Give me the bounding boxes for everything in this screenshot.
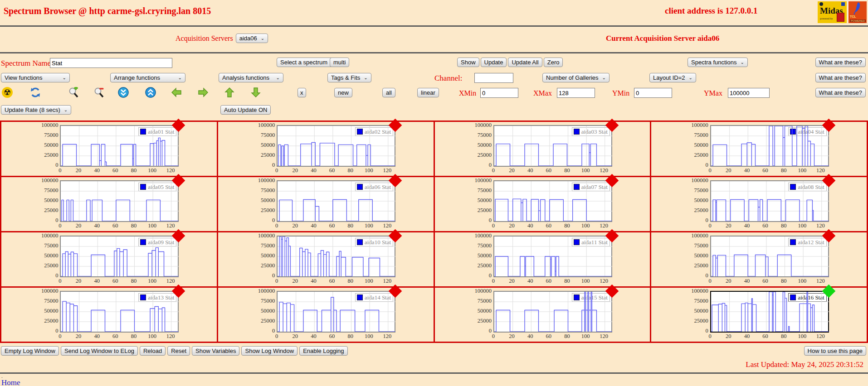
zero-button[interactable]: Zero [544, 58, 563, 67]
plot-area[interactable]: aida14 Stat [277, 291, 395, 333]
x-tick-label: 0 [59, 222, 61, 229]
gallery-cell[interactable]: 0250005000075000100000aida11 Stat0204060… [435, 232, 652, 288]
plot-area[interactable]: aida01 Stat [60, 125, 179, 167]
ymax-input[interactable] [728, 88, 770, 98]
empty-log-window-button[interactable]: Empty Log Window [1, 346, 59, 356]
arrow-down-icon[interactable] [250, 87, 261, 98]
plot-area[interactable]: aida03 Stat [493, 125, 612, 167]
reload-button[interactable]: Reload [140, 346, 166, 356]
gallery-cell[interactable]: 0250005000075000100000aida06 Stat0204060… [218, 177, 435, 232]
plot-area[interactable]: aida15 Stat [493, 291, 612, 333]
plot-area[interactable]: aida10 Stat [277, 236, 395, 277]
plot-area[interactable]: aida04 Stat [710, 125, 829, 167]
what-are-these-button-2[interactable]: What are these? [815, 73, 866, 82]
arrow-right-icon[interactable] [198, 87, 209, 98]
y-tick-label: 50000 [478, 142, 492, 149]
what-are-these-button-1[interactable]: What are these? [815, 58, 866, 67]
zoom-out-icon[interactable] [93, 87, 104, 98]
expand-icon[interactable] [145, 87, 156, 98]
arrow-left-icon[interactable] [171, 87, 182, 98]
spectrum-chart: 0250005000075000100000aida08 Stat0204060… [689, 180, 829, 229]
collapse-icon[interactable] [118, 87, 129, 98]
spectra-functions-dropdown[interactable]: Spectra functions ⌄ [688, 58, 748, 67]
x-tick-label: 0 [492, 167, 495, 174]
reset-button[interactable]: Reset [167, 346, 190, 356]
arrange-functions-dropdown[interactable]: Arrange functions ⌄ [110, 73, 185, 82]
xmax-label: XMax [533, 89, 552, 97]
x-button[interactable]: x [297, 88, 306, 97]
plot-area[interactable]: aida06 Stat [277, 180, 395, 222]
all-button[interactable]: all [382, 88, 395, 97]
spectrum-name-input[interactable] [50, 58, 172, 68]
select-spectrum-dropdown[interactable]: Select a spectrum ⌄ [277, 58, 338, 67]
refresh-icon[interactable] [30, 87, 41, 98]
x-tick-label: 20 [76, 222, 82, 229]
gallery-cell[interactable]: 0250005000075000100000aida07 Stat0204060… [435, 177, 652, 232]
analysis-functions-dropdown[interactable]: Analysis functions ⌄ [219, 73, 283, 82]
auto-update-button[interactable]: Auto Update ON [220, 105, 271, 115]
gallery-cell[interactable]: 0250005000075000100000aida08 Stat0204060… [651, 177, 868, 232]
plot-area[interactable]: aida16 Stat [710, 291, 829, 333]
gallery-cell[interactable]: 0250005000075000100000aida14 Stat0204060… [218, 288, 435, 343]
gallery-cell[interactable]: 0250005000075000100000aida13 Stat0204060… [1, 288, 218, 343]
new-button[interactable]: new [334, 88, 352, 97]
home-link[interactable]: Home [1, 378, 20, 386]
xmin-label: XMin [459, 89, 476, 97]
controls: Spectrum Name: Select a spectrum ⌄ multi… [0, 53, 868, 121]
show-log-window-button[interactable]: Show Log Window [241, 346, 297, 356]
what-are-these-button-3[interactable]: What are these? [815, 88, 866, 97]
ymin-input[interactable] [634, 88, 672, 98]
x-tick-label: 40 [527, 278, 533, 285]
y-tick-label: 75000 [694, 298, 708, 304]
x-tick-label: 60 [546, 167, 552, 174]
multi-button[interactable]: multi [330, 58, 349, 67]
y-axis-labels: 0250005000075000100000 [256, 125, 277, 165]
gallery-cell[interactable]: 0250005000075000100000aida09 Stat0204060… [1, 232, 218, 288]
gallery-cell[interactable]: 0250005000075000100000aida12 Stat0204060… [651, 232, 868, 288]
gallery-cell[interactable]: 0250005000075000100000aida15 Stat0204060… [435, 288, 652, 343]
enable-logging-button[interactable]: Enable Logging [299, 346, 347, 356]
view-functions-dropdown[interactable]: View functions ⌄ [1, 73, 70, 82]
plot-area[interactable]: aida05 Stat [60, 180, 179, 222]
update-all-button[interactable]: Update All [508, 58, 542, 67]
plot-area[interactable]: aida12 Stat [710, 236, 829, 277]
plot-area[interactable]: aida07 Stat [493, 180, 612, 222]
number-of-galleries-dropdown[interactable]: Number of Galleries ⌄ [542, 73, 610, 82]
plot-area[interactable]: aida13 Stat [60, 291, 179, 333]
gallery-cell[interactable]: 0250005000075000100000aida03 Stat0204060… [435, 122, 652, 177]
update-button[interactable]: Update [481, 58, 507, 67]
gallery-cell[interactable]: 0250005000075000100000aida10 Stat0204060… [218, 232, 435, 288]
y-tick-label: 75000 [478, 187, 492, 194]
linear-button[interactable]: linear [417, 88, 439, 97]
plot-area[interactable]: aida08 Stat [710, 180, 829, 222]
tags-fits-dropdown[interactable]: Tags & Fits ⌄ [327, 73, 371, 82]
y-tick-label: 75000 [44, 298, 58, 304]
plot-area[interactable]: aida02 Stat [277, 125, 395, 167]
plot-area[interactable]: aida09 Stat [60, 236, 179, 277]
xmax-input[interactable] [557, 88, 595, 98]
y-tick-label: 25000 [478, 318, 492, 324]
arrow-up-icon[interactable] [224, 87, 235, 98]
last-updated: Last Updated: May 24, 2025 20:31:52 [0, 360, 868, 369]
y-tick-label: 75000 [261, 298, 275, 304]
gallery-cell[interactable]: 0250005000075000100000aida05 Stat0204060… [1, 177, 218, 232]
radiation-icon[interactable]: ☢ [2, 87, 13, 98]
gallery-cell[interactable]: 0250005000075000100000aida16 Stat0204060… [651, 288, 868, 343]
channel-input[interactable] [474, 73, 513, 83]
gallery-cell[interactable]: 0250005000075000100000aida02 Stat0204060… [218, 122, 435, 177]
show-variables-button[interactable]: Show Variables [192, 346, 239, 356]
layout-id-dropdown[interactable]: Layout ID=2 ⌄ [649, 73, 696, 82]
x-tick-label: 40 [744, 278, 750, 285]
send-log-window-to-elog-button[interactable]: Send Log Window to ELog [61, 346, 138, 356]
gallery-cell[interactable]: 0250005000075000100000aida01 Stat0204060… [1, 122, 218, 177]
chevron-down-icon: ⌄ [276, 75, 280, 80]
acquisition-server-select[interactable]: aida06 ⌄ [236, 34, 268, 43]
y-tick-label: 50000 [694, 252, 708, 259]
xmin-input[interactable] [480, 88, 518, 98]
zoom-in-icon[interactable] [68, 87, 79, 98]
plot-area[interactable]: aida11 Stat [493, 236, 612, 277]
show-button[interactable]: Show [457, 58, 479, 67]
gallery-cell[interactable]: 0250005000075000100000aida04 Stat0204060… [651, 122, 868, 177]
update-rate-dropdown[interactable]: Update Rate (8 secs) ⌄ [1, 105, 71, 115]
how-to-use-button[interactable]: How to use this page [804, 346, 866, 356]
